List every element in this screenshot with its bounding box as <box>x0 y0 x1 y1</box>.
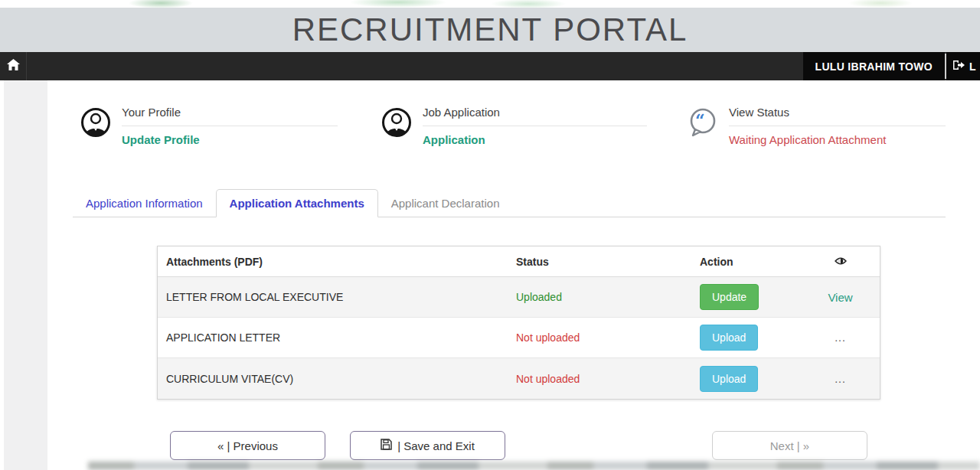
attachment-name: CURRICULUM VITAE(CV) <box>158 373 516 385</box>
step-your-profile: Your Profile Update Profile <box>80 106 338 159</box>
eye-icon <box>801 256 880 268</box>
logged-in-username: LULU IBRAHIM TOWO <box>803 52 945 80</box>
upload-button[interactable]: Upload <box>700 366 758 392</box>
no-view-placeholder: ... <box>835 331 846 344</box>
status-badge: Uploaded <box>516 291 700 303</box>
logout-link[interactable]: L <box>946 52 980 80</box>
status-badge: Not uploaded <box>516 331 700 344</box>
table-row: APPLICATION LETTER Not uploaded Upload .… <box>158 318 880 358</box>
attachment-name: LETTER FROM LOCAL EXECUTIVE <box>158 291 516 303</box>
table-header-row: Attachments (PDF) Status Action <box>158 246 880 277</box>
next-button: Next | » <box>712 431 867 460</box>
logout-label: L <box>969 60 976 73</box>
application-link[interactable]: Application <box>423 133 647 146</box>
table-row: LETTER FROM LOCAL EXECUTIVE Uploaded Upd… <box>158 277 880 318</box>
background-foliage-strip <box>0 0 980 8</box>
update-profile-link[interactable]: Update Profile <box>122 133 338 146</box>
quote-bubble-icon: “ <box>688 107 718 141</box>
sign-out-icon <box>952 60 965 73</box>
step-title: Your Profile <box>122 106 338 126</box>
view-link[interactable]: View <box>828 291 852 304</box>
previous-button[interactable]: « | Previous <box>170 431 325 460</box>
no-view-placeholder: ... <box>835 373 846 385</box>
navbar: LULU IBRAHIM TOWO L <box>0 52 980 80</box>
page-header: RECRUITMENT PORTAL <box>0 8 980 52</box>
status-badge: Not uploaded <box>516 373 700 385</box>
upload-button[interactable]: Upload <box>700 325 758 351</box>
tab-application-attachments[interactable]: Application Attachments <box>216 189 378 217</box>
step-view-status: “ View Status Waiting Application Attach… <box>688 106 946 159</box>
attachment-name: APPLICATION LETTER <box>158 331 516 344</box>
tab-bar: Application Information Application Atta… <box>73 188 946 217</box>
status-text: Waiting Application Attachment <box>729 133 946 146</box>
background-bottom-strip <box>88 462 980 470</box>
col-header-attachments: Attachments (PDF) <box>158 256 516 268</box>
col-header-status: Status <box>516 256 700 268</box>
col-header-action: Action <box>700 256 801 268</box>
previous-label: « | Previous <box>217 439 278 452</box>
person-icon <box>80 107 111 141</box>
person-icon <box>381 107 412 141</box>
home-button[interactable] <box>0 52 27 80</box>
step-title: Job Application <box>423 106 647 126</box>
save-and-exit-button[interactable]: | Save and Exit <box>350 431 505 460</box>
svg-text:“: “ <box>695 110 705 130</box>
update-button[interactable]: Update <box>700 284 759 310</box>
attachments-table: Attachments (PDF) Status Action LETTER F… <box>157 246 880 400</box>
page-title: RECRUITMENT PORTAL <box>292 11 688 48</box>
step-title: View Status <box>729 106 946 126</box>
next-label: Next | » <box>770 439 809 452</box>
tab-application-information[interactable]: Application Information <box>73 190 216 217</box>
tab-applicant-declaration: Applicant Declaration <box>378 190 513 217</box>
home-icon <box>7 59 20 73</box>
save-icon <box>381 439 392 452</box>
left-page-gutter <box>4 80 47 470</box>
save-label: | Save and Exit <box>397 439 475 452</box>
step-job-application: Job Application Application <box>381 106 647 159</box>
table-row: CURRICULUM VITAE(CV) Not uploaded Upload… <box>158 358 880 399</box>
